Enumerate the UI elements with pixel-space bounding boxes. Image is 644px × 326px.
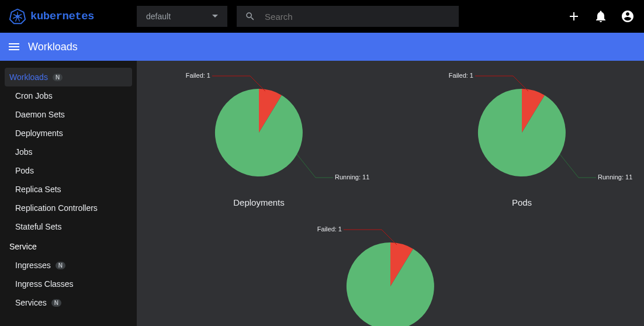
pie-chart-third: Failed: 1 [276,225,504,326]
logo[interactable]: kubernetes [9,8,137,25]
failed-label: Failed: 1 [186,72,210,79]
sidebar-item[interactable]: Pods [5,161,132,180]
badge: N [56,262,65,269]
pie-chart-pods: Failed: 1 Running: 11 [408,71,636,194]
sidebar-item-label: Ingress Classes [15,279,74,289]
user-icon[interactable] [621,9,635,23]
pie-chart-deployments: Failed: 1 Running: 11 [145,71,373,194]
running-label: Running: 11 [598,174,632,181]
titlebar: Workloads [0,33,644,61]
search-input[interactable] [265,12,451,22]
sidebar-item[interactable]: Ingress Classes [5,275,132,293]
sidebar-item[interactable]: Daemon Sets [5,105,132,124]
sidebar-item[interactable]: Replica Sets [5,180,132,199]
main-panel: Failed: 1 Running: 11 Deployments Failed… [137,61,644,326]
running-label: Running: 11 [335,174,369,181]
badge: N [51,299,61,307]
sidebar-item-label: Workloads [9,72,48,82]
sidebar-item[interactable]: Jobs [5,143,132,161]
page-title: Workloads [28,41,78,53]
chart-pods: Failed: 1 Running: 11 Pods [408,71,636,207]
failed-label: Failed: 1 [449,72,473,79]
search-box[interactable] [237,6,459,27]
brand-text: kubernetes [30,10,94,23]
sidebar-item[interactable]: ServicesN [5,293,132,312]
chart-deployments: Failed: 1 Running: 11 Deployments [145,71,373,207]
namespace-select[interactable]: default [137,6,227,27]
sidebar-item[interactable]: Deployments [5,124,132,143]
search-icon [245,11,255,22]
topbar: kubernetes default [0,0,644,33]
add-icon[interactable] [567,9,581,23]
kubernetes-logo-icon [9,8,26,25]
chart-title: Pods [512,197,532,207]
sidebar: Workloads N Cron JobsDaemon SetsDeployme… [0,61,137,326]
bell-icon[interactable] [594,9,608,23]
sidebar-item[interactable]: Replication Controllers [5,199,132,217]
sidebar-item[interactable]: Cron Jobs [5,86,132,105]
sidebar-section-service: Service [5,236,132,256]
namespace-value: default [146,12,171,21]
sidebar-item[interactable]: Stateful Sets [5,217,132,236]
chevron-down-icon [212,15,218,18]
sidebar-item-label: Services [15,298,47,307]
chart-title: Deployments [233,197,285,207]
sidebar-item-label: Ingresses [15,261,51,270]
sidebar-item[interactable]: IngressesN [5,256,132,275]
menu-icon[interactable] [7,40,21,54]
content: Workloads N Cron JobsDaemon SetsDeployme… [0,61,644,326]
badge: N [53,74,63,81]
sidebar-item-workloads[interactable]: Workloads N [5,68,132,86]
failed-label: Failed: 1 [317,226,342,233]
chart-third: Failed: 1 [276,225,504,326]
